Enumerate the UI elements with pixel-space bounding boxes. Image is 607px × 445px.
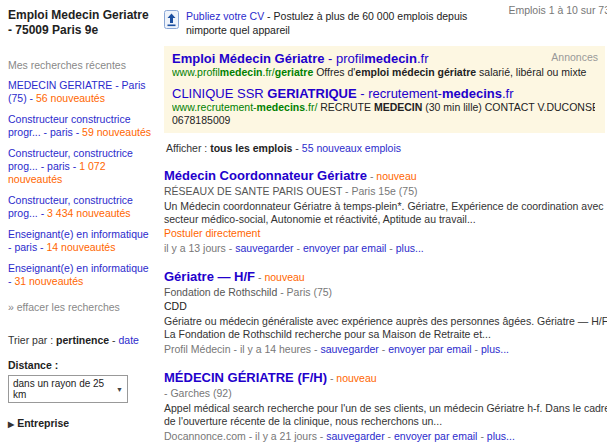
sponsored-ad: Emploi Médecin Gériatre - profilmedecin.… <box>172 51 595 79</box>
ad-url: www.recrutement-medecins.fr/ <box>172 101 317 113</box>
ad-url-line: www.recrutement-medecins.fr/ RECRUTE MED… <box>172 101 595 114</box>
job-location: - Garches (92) <box>164 387 232 399</box>
ad-title-link[interactable]: Emploi Médecin Gériatre - profilmedecin.… <box>172 51 595 66</box>
new-badge: nouveau <box>264 271 304 283</box>
job-company-line: RÉSEAUX DE SANTE PARIS OUEST - Paris 15e… <box>164 185 607 198</box>
job-age: il y a 21 jours <box>255 430 317 442</box>
job-location: Paris 15e (75) <box>352 185 418 197</box>
job-company-line: Fondation de Rothschild - Paris (75) <box>164 286 607 299</box>
filter-entreprise-toggle[interactable]: ▶Entreprise <box>8 417 154 429</box>
job-listing: MÉDECIN GÉRIATRE (F/H) - nouveau- Garche… <box>164 370 607 443</box>
ad-title-link[interactable]: CLINIQUE SSR GERIATRIQUE - recrutement-m… <box>172 86 595 101</box>
job-description: Appel médical search recherche pour l'un… <box>164 402 607 428</box>
chevrons-icon: » <box>8 301 14 313</box>
sort-date-link[interactable]: date <box>119 334 139 346</box>
sponsored-ad: CLINIQUE SSR GERIATRIQUE - recrutement-m… <box>172 86 595 127</box>
job-meta: il y a 13 jours - sauvegarder - envoyer … <box>164 242 607 255</box>
job-age: il y a 14 heures <box>240 343 311 355</box>
recent-searches-header: Mes recherches récentes <box>8 59 154 71</box>
job-listing: Gériatre — H/F - nouveauFondation de Rot… <box>164 269 607 356</box>
clear-searches-link[interactable]: » effacer les recherches <box>8 301 120 313</box>
ad-url-line: www.profilmedecin.fr/geriatre Offres d'e… <box>172 66 595 79</box>
recent-search-count: 56 nouveautés <box>36 92 105 104</box>
job-contract-type: CDD <box>164 300 607 313</box>
job-age: il y a 13 jours <box>164 242 226 254</box>
job-company-line: - Garches (92) <box>164 387 607 400</box>
sort-label: Trier par : <box>8 334 56 346</box>
recent-searches-list: MEDECIN GERIATRE - Paris (75) - 56 nouve… <box>8 79 154 288</box>
job-source: Profil Médecin <box>164 343 231 355</box>
upload-cv-text: Publiez votre CV - Postulez à plus de 60… <box>186 9 504 37</box>
sort-bar: Trier par : pertinence - date <box>8 334 154 346</box>
job-action-link[interactable]: envoyer par email <box>394 430 477 442</box>
ad-description: Offres d'emploi médecin gériatre salarié… <box>313 66 586 78</box>
job-title-link[interactable]: Médecin Coordonnateur Gériatre <box>164 168 367 183</box>
distance-label: Distance : <box>8 359 154 371</box>
new-jobs-filter-link[interactable]: 55 nouveaux emplois <box>302 142 401 154</box>
recent-search-link[interactable]: Constructeur, constructrice prog... - pa… <box>8 147 133 172</box>
job-action-link[interactable]: sauvegarder <box>320 343 378 355</box>
job-title-line: Gériatre — H/F - nouveau <box>164 269 607 284</box>
recent-search-item[interactable]: Enseignant(e) en informatique - 31 nouve… <box>8 262 154 288</box>
recent-search-item[interactable]: Constructeur, constructrice prog... - 3 … <box>8 194 154 220</box>
job-description: Un Médecin coordonnateur Gériatre à temp… <box>164 200 607 226</box>
sidebar: Emploi Medecin Geriatre - 75009 Paris 9e… <box>0 0 158 445</box>
ad-phone: 0678185009 <box>172 114 595 127</box>
results-count: Emplois 1 à 10 sur 73 <box>508 4 607 16</box>
job-company: RÉSEAUX DE SANTE PARIS OUEST <box>164 185 342 197</box>
recent-search-count: 31 nouveautés <box>14 275 83 287</box>
select-arrow-icon: ▼ <box>116 386 123 393</box>
job-company: Fondation de Rothschild <box>164 286 277 298</box>
recent-search-item[interactable]: Enseignant(e) en informatique - paris - … <box>8 228 154 254</box>
job-meta: Docannonce.com - il y a 21 jours - sauve… <box>164 430 607 443</box>
job-listing: Médecin Coordonnateur Gériatre - nouveau… <box>164 168 607 255</box>
recent-search-count: 59 nouveautés <box>82 126 151 138</box>
new-badge: nouveau <box>376 170 416 182</box>
sort-active-pertinence: pertinence <box>56 334 109 346</box>
job-description: Gériatre ou médecin généraliste avec exp… <box>164 315 607 341</box>
recent-search-item[interactable]: Constructeur constructrice progr... - pa… <box>8 113 154 139</box>
job-action-link[interactable]: sauvegarder <box>326 430 384 442</box>
job-title-link[interactable]: MÉDECIN GÉRIATRE (F/H) <box>164 370 327 385</box>
search-summary-title: Emploi Medecin Geriatre - 75009 Paris 9e <box>8 8 154 38</box>
ads-label: Annonces <box>551 51 598 63</box>
recent-search-item[interactable]: Constructeur, constructrice prog... - pa… <box>8 147 154 186</box>
job-action-link[interactable]: envoyer par email <box>303 242 386 254</box>
distance-select-value: dans un rayon de 25 km <box>13 378 116 400</box>
job-title-line: Médecin Coordonnateur Gériatre - nouveau <box>164 168 607 183</box>
ad-url: www.profilmedecin.fr/geriatre <box>172 66 313 78</box>
recent-search-count: 14 nouveautés <box>47 241 116 253</box>
job-action-link[interactable]: plus... <box>487 430 515 442</box>
chevron-right-icon: ▶ <box>8 420 14 429</box>
ad-description: RECRUTE MEDECIN (30 min lille) CONTACT V… <box>317 101 595 113</box>
apply-directly-link[interactable]: Postuler directement <box>164 227 260 240</box>
job-action-link[interactable]: plus... <box>481 343 509 355</box>
distance-select[interactable]: dans un rayon de 25 km ▼ <box>8 375 128 403</box>
job-source: Docannonce.com <box>164 430 246 442</box>
filter-active-all-jobs: tous les emplois <box>210 142 292 154</box>
job-location: Paris (75) <box>287 286 333 298</box>
job-title-line: MÉDECIN GÉRIATRE (F/H) - nouveau <box>164 370 607 385</box>
ads-list: Emploi Médecin Gériatre - profilmedecin.… <box>172 51 595 127</box>
job-results-list: Médecin Coordonnateur Gériatre - nouveau… <box>164 168 607 445</box>
recent-search-item[interactable]: MEDECIN GERIATRE - Paris (75) - 56 nouve… <box>8 79 154 105</box>
job-title-link[interactable]: Gériatre — H/F <box>164 269 255 284</box>
show-filter-bar: Afficher : tous les emplois - 55 nouveau… <box>164 142 607 154</box>
main-content: Emplois 1 à 10 sur 73 Publiez votre CV -… <box>158 0 607 445</box>
upload-cv-link[interactable]: Publiez votre CV <box>186 10 264 22</box>
upload-cv-icon <box>164 10 179 37</box>
job-action-link[interactable]: sauvegarder <box>235 242 293 254</box>
sponsored-ads-block: Annonces Emploi Médecin Gériatre - profi… <box>164 46 605 133</box>
new-badge: nouveau <box>336 372 376 384</box>
job-action-link[interactable]: envoyer par email <box>388 343 471 355</box>
recent-search-count: 3 434 nouveautés <box>47 207 131 219</box>
job-action-link[interactable]: plus... <box>396 242 424 254</box>
page: Emploi Medecin Geriatre - 75009 Paris 9e… <box>0 0 607 445</box>
job-meta: Profil Médecin - il y a 14 heures - sauv… <box>164 343 607 356</box>
